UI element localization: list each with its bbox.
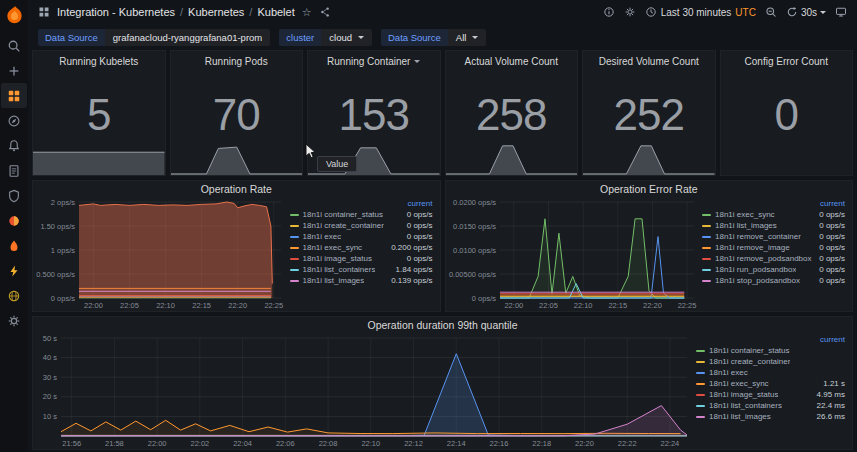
breadcrumb-folder[interactable]: Kubernetes (188, 6, 244, 18)
panel-title-text: Operation Rate (201, 183, 272, 195)
grafana-logo-icon[interactable] (5, 5, 24, 24)
chart-plot-area[interactable]: 22:0022:0522:1022:1522:2022:250.0200 ops… (446, 197, 701, 311)
series-name[interactable]: 18n1i list_containers (709, 401, 782, 410)
legend-current-header[interactable]: current (702, 198, 845, 209)
series-name[interactable]: 18n1i exec_sync (715, 210, 775, 219)
refresh-interval-label: 30s (801, 7, 817, 18)
legend-row[interactable]: 18n1i container_status (696, 345, 845, 356)
series-name[interactable]: 18n1i exec (709, 368, 748, 377)
svg-text:22:08: 22:08 (319, 439, 338, 448)
breadcrumb-section[interactable]: Integration - Kubernetes (57, 6, 175, 18)
dashboards-icon[interactable] (1, 83, 27, 108)
time-series-chart[interactable]: 22:0022:0522:1022:1522:2022:250.0200 ops… (446, 197, 701, 311)
kiosk-monitor-icon[interactable] (835, 6, 847, 18)
series-current-value: 0 ops/s (407, 232, 433, 241)
legend-row[interactable]: 18n1i exec (696, 367, 845, 378)
legend-row[interactable]: 18n1i list_images0.139 ops/s (290, 275, 433, 286)
panel-title[interactable]: Operation duration 99th quantile (33, 317, 852, 333)
time-series-chart[interactable]: 21:5621:5822:0022:0222:0422:0622:0822:10… (33, 333, 694, 449)
legend-row[interactable]: 18n1i image_status4.95 ms (696, 389, 845, 400)
legend-row[interactable]: 18n1i list_images0 ops/s (702, 220, 845, 231)
legend-row[interactable]: 18n1i list_containers1.84 ops/s (290, 264, 433, 275)
time-range-picker[interactable]: Last 30 minutes UTC (645, 6, 756, 18)
stat-panel-actual-volume-count: Actual Volume Count 258 (445, 50, 579, 176)
series-name[interactable]: 18n1i remove_container (715, 232, 801, 241)
series-color-dash (290, 225, 299, 227)
variable-value-dropdown[interactable]: All (448, 29, 487, 46)
svg-text:22:14: 22:14 (447, 439, 466, 448)
app-plugin-icon[interactable] (1, 208, 27, 233)
globe-plugin-icon[interactable] (1, 283, 27, 308)
series-name[interactable]: 18n1i list_containers (303, 265, 376, 274)
variable-value-dropdown[interactable]: cloud (321, 29, 372, 46)
series-name[interactable]: 18n1i create_container (303, 221, 384, 230)
time-series-chart[interactable]: 22:0022:0522:1022:1522:2022:252 ops/s1.5… (33, 197, 288, 311)
series-name[interactable]: 18n1i image_status (303, 254, 372, 263)
series-name[interactable]: 18n1i list_images (303, 276, 365, 285)
alerting-bell-icon[interactable] (1, 133, 27, 158)
svg-text:22:00: 22:00 (504, 301, 523, 310)
svg-text:22:00: 22:00 (84, 301, 103, 310)
series-name[interactable]: 18n1i remove_image (715, 243, 790, 252)
legend-row[interactable]: 18n1i remove_container0 ops/s (702, 231, 845, 242)
series-name[interactable]: 18n1i exec_sync (709, 379, 769, 388)
series-name[interactable]: 18n1i container_status (303, 210, 384, 219)
prometheus-plugin-icon[interactable] (1, 233, 27, 258)
info-circle-icon[interactable] (603, 6, 615, 18)
legend-row[interactable]: 18n1i exec_sync0.200 ops/s (290, 242, 433, 253)
chart-plot-area[interactable]: 22:0022:0522:1022:1522:2022:252 ops/s1.5… (33, 197, 288, 311)
documents-icon[interactable] (1, 158, 27, 183)
svg-text:0.00500 ops/s: 0.00500 ops/s (448, 270, 495, 279)
legend-row[interactable]: 18n1i stop_podsandbox0 ops/s (702, 275, 845, 286)
panel-title[interactable]: Operation Rate (33, 181, 440, 197)
svg-text:22:20: 22:20 (575, 439, 594, 448)
refresh-picker[interactable]: 30s (786, 6, 826, 18)
series-current-value: 0 ops/s (819, 243, 845, 252)
series-current-value: 0 ops/s (819, 254, 845, 263)
variable-value-dropdown[interactable]: grafanacloud-ryanggrafana01-prom (105, 29, 270, 46)
chevron-down-icon[interactable] (414, 60, 420, 63)
zoom-out-icon[interactable] (765, 6, 777, 18)
breadcrumb-dashboard[interactable]: Kubelet (257, 6, 294, 18)
legend-row[interactable]: 18n1i exec_sync0 ops/s (702, 209, 845, 220)
legend-row[interactable]: 18n1i remove_podsandbox0 ops/s (702, 253, 845, 264)
share-icon[interactable] (319, 6, 331, 18)
svg-text:22:05: 22:05 (120, 301, 139, 310)
legend-row[interactable]: 18n1i remove_image0 ops/s (702, 242, 845, 253)
legend-row[interactable]: 18n1i list_images26.6 ms (696, 411, 845, 422)
legend-row[interactable]: 18n1i run_podsandbox0 ops/s (702, 264, 845, 275)
shield-icon[interactable] (1, 183, 27, 208)
series-name[interactable]: 18n1i remove_podsandbox (715, 254, 812, 263)
favorite-star-icon[interactable]: ☆ (302, 6, 312, 19)
legend-row[interactable]: 18n1i container_status0 ops/s (290, 209, 433, 220)
search-icon[interactable] (1, 33, 27, 58)
series-name[interactable]: 18n1i container_status (709, 346, 790, 355)
legend-row[interactable]: 18n1i exec0 ops/s (290, 231, 433, 242)
series-name[interactable]: 18n1i create_container (709, 357, 790, 366)
series-name[interactable]: 18n1i list_images (715, 221, 777, 230)
legend-current-header[interactable]: current (696, 334, 845, 345)
lightning-plugin-icon[interactable] (1, 258, 27, 283)
dashboard-settings-gear-icon[interactable] (624, 6, 636, 18)
panel-title[interactable]: Operation Error Rate (446, 181, 853, 197)
series-name[interactable]: 18n1i exec (303, 232, 342, 241)
legend-row[interactable]: 18n1i image_status0 ops/s (290, 253, 433, 264)
chart-plot-area[interactable]: 21:5621:5822:0022:0222:0422:0622:0822:10… (33, 333, 694, 449)
legend-row[interactable]: 18n1i create_container (696, 356, 845, 367)
legend-current-header[interactable]: current (290, 198, 433, 209)
explore-compass-icon[interactable] (1, 108, 27, 133)
legend-row[interactable]: 18n1i create_container0 ops/s (290, 220, 433, 231)
variable-datasource: Data Source grafanacloud-ryanggrafana01-… (38, 29, 270, 46)
legend-row[interactable]: 18n1i list_containers22.4 ms (696, 400, 845, 411)
series-name[interactable]: 18n1i exec_sync (303, 243, 363, 252)
settings-gear-icon[interactable] (1, 308, 27, 333)
add-icon[interactable] (1, 58, 27, 83)
series-name[interactable]: 18n1i stop_podsandbox (715, 276, 800, 285)
legend-row[interactable]: 18n1i exec_sync1.21 s (696, 378, 845, 389)
stat-panel-desired-volume-count: Desired Volume Count 252 (582, 50, 716, 176)
series-name[interactable]: 18n1i list_images (709, 412, 771, 421)
svg-text:0.0150 ops/s: 0.0150 ops/s (453, 222, 496, 231)
series-name[interactable]: 18n1i image_status (709, 390, 778, 399)
svg-text:22:04: 22:04 (233, 439, 252, 448)
series-name[interactable]: 18n1i run_podsandbox (715, 265, 796, 274)
